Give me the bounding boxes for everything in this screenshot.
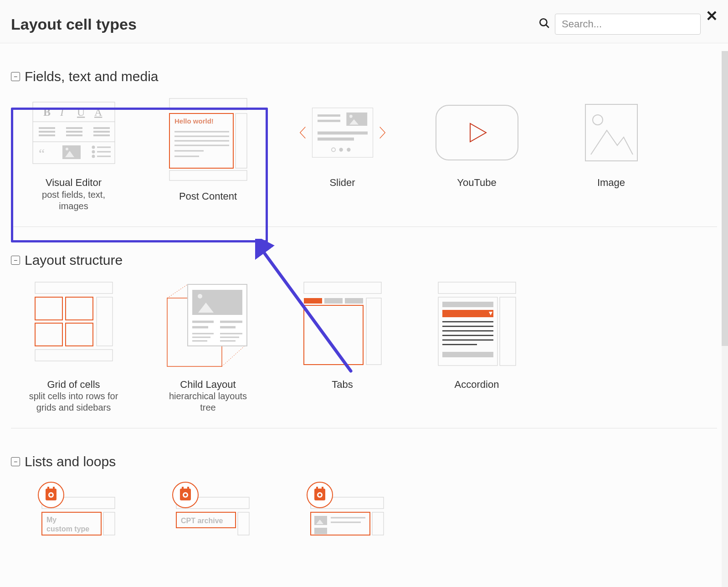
collapse-toggle-icon[interactable]: − bbox=[11, 256, 20, 265]
svg-rect-121 bbox=[316, 487, 318, 489]
cell-accordion[interactable]: Accordion bbox=[414, 280, 539, 414]
section-title-text: Fields, text and media bbox=[25, 69, 158, 84]
svg-rect-28 bbox=[169, 98, 247, 110]
cell-label: Image bbox=[549, 176, 674, 189]
visual-editor-icon: B I U A “ bbox=[28, 96, 119, 169]
svg-point-0 bbox=[540, 19, 547, 26]
svg-rect-100 bbox=[47, 487, 49, 489]
cell-sublabel: grids and sidebars bbox=[11, 402, 136, 413]
collapse-toggle-icon[interactable]: − bbox=[11, 457, 20, 466]
loop-custom-type-icon: My custom type bbox=[28, 481, 119, 536]
content-scroll: − Fields, text and media B I U A bbox=[0, 43, 728, 581]
svg-rect-96 bbox=[442, 352, 493, 357]
cell-child-layout[interactable]: Child Layout hierarchical layouts tree bbox=[145, 280, 271, 414]
search-group bbox=[538, 14, 701, 35]
svg-rect-107 bbox=[103, 512, 115, 535]
cell-my-custom-type[interactable]: My custom type bbox=[11, 481, 136, 543]
svg-rect-101 bbox=[53, 487, 55, 489]
svg-point-114 bbox=[184, 494, 187, 496]
cell-grid-of-cells[interactable]: Grid of cells split cells into rows for … bbox=[11, 280, 136, 414]
svg-rect-58 bbox=[66, 323, 93, 346]
svg-text:Hello world!: Hello world! bbox=[174, 117, 214, 125]
cell-label: YouTube bbox=[414, 176, 539, 189]
tabs-icon bbox=[297, 280, 388, 371]
cell-sublabel: tree bbox=[145, 402, 271, 413]
cell-visual-editor[interactable]: B I U A “ bbox=[11, 96, 136, 212]
cell-cpt-archive[interactable]: CPT archive bbox=[145, 481, 271, 543]
svg-line-63 bbox=[222, 346, 245, 366]
svg-line-1 bbox=[546, 25, 549, 28]
post-content-icon: Hello world! bbox=[163, 96, 254, 183]
cell-label: Grid of cells bbox=[11, 378, 136, 391]
svg-rect-111 bbox=[182, 487, 184, 489]
image-icon bbox=[566, 96, 657, 169]
section-grid-fields: B I U A “ bbox=[11, 96, 717, 227]
page-title: Layout cell types bbox=[11, 15, 538, 33]
svg-point-26 bbox=[92, 155, 94, 157]
scrollbar[interactable] bbox=[722, 51, 728, 587]
loop-image-list-icon bbox=[297, 481, 388, 536]
svg-rect-50 bbox=[436, 105, 518, 160]
svg-rect-57 bbox=[35, 323, 62, 346]
svg-point-22 bbox=[92, 146, 94, 148]
svg-rect-130 bbox=[314, 528, 327, 534]
scrollbar-thumb[interactable] bbox=[722, 51, 728, 346]
svg-point-49 bbox=[347, 148, 350, 151]
svg-text:“: “ bbox=[39, 146, 45, 161]
svg-point-103 bbox=[50, 494, 52, 496]
cell-label: Slider bbox=[280, 176, 405, 189]
svg-rect-81 bbox=[345, 298, 363, 304]
svg-rect-87 bbox=[442, 302, 493, 307]
cell-sublabel: split cells into rows for bbox=[11, 391, 136, 402]
svg-text:B: B bbox=[43, 106, 51, 118]
svg-rect-52 bbox=[585, 104, 637, 161]
close-icon[interactable]: ✕ bbox=[706, 7, 718, 25]
cell-loop-image-list[interactable] bbox=[280, 481, 405, 543]
svg-text:My: My bbox=[46, 516, 56, 524]
svg-rect-82 bbox=[304, 305, 363, 365]
cell-label: Post Content bbox=[145, 190, 271, 203]
svg-rect-117 bbox=[238, 512, 249, 535]
svg-rect-54 bbox=[35, 282, 113, 294]
svg-rect-80 bbox=[324, 298, 343, 304]
cell-youtube[interactable]: YouTube bbox=[414, 96, 539, 212]
svg-point-47 bbox=[331, 148, 335, 151]
svg-point-67 bbox=[198, 294, 202, 299]
svg-line-62 bbox=[167, 284, 188, 298]
svg-rect-59 bbox=[97, 297, 113, 346]
svg-rect-112 bbox=[187, 487, 189, 489]
section-heading-fields: − Fields, text and media bbox=[11, 69, 717, 84]
svg-text:custom type: custom type bbox=[46, 525, 89, 533]
svg-rect-60 bbox=[35, 350, 113, 361]
svg-rect-83 bbox=[366, 298, 381, 365]
child-layout-icon bbox=[163, 280, 254, 371]
svg-point-24 bbox=[92, 151, 94, 153]
svg-rect-55 bbox=[35, 297, 62, 320]
svg-point-21 bbox=[66, 148, 68, 150]
section-title-text: Layout structure bbox=[25, 252, 123, 268]
section-grid-loops: My custom type CPT archive bbox=[11, 481, 717, 558]
cell-tabs[interactable]: Tabs bbox=[280, 280, 405, 414]
collapse-toggle-icon[interactable]: − bbox=[11, 72, 20, 81]
svg-rect-88 bbox=[442, 310, 493, 317]
svg-rect-37 bbox=[236, 113, 247, 168]
youtube-icon bbox=[431, 96, 523, 169]
section-grid-layout: Grid of cells split cells into rows for … bbox=[11, 280, 717, 429]
svg-point-53 bbox=[593, 115, 603, 125]
svg-rect-122 bbox=[322, 487, 323, 489]
svg-point-44 bbox=[349, 115, 353, 118]
slider-icon bbox=[297, 96, 388, 169]
dialog-header: Layout cell types ✕ bbox=[0, 0, 728, 43]
search-icon bbox=[538, 17, 550, 31]
svg-rect-38 bbox=[169, 170, 247, 180]
cell-slider[interactable]: Slider bbox=[280, 96, 405, 212]
cell-sublabel: images bbox=[11, 201, 136, 212]
cell-sublabel: hierarchical layouts bbox=[145, 391, 271, 402]
cell-sublabel: post fields, text, bbox=[11, 189, 136, 201]
cell-label: Visual Editor bbox=[11, 176, 136, 189]
cell-image[interactable]: Image bbox=[549, 96, 674, 212]
cell-label: Accordion bbox=[414, 378, 539, 391]
search-input[interactable] bbox=[555, 14, 701, 35]
cell-post-content[interactable]: Hello world! Post Content bbox=[145, 96, 271, 212]
svg-text:A: A bbox=[94, 106, 103, 118]
